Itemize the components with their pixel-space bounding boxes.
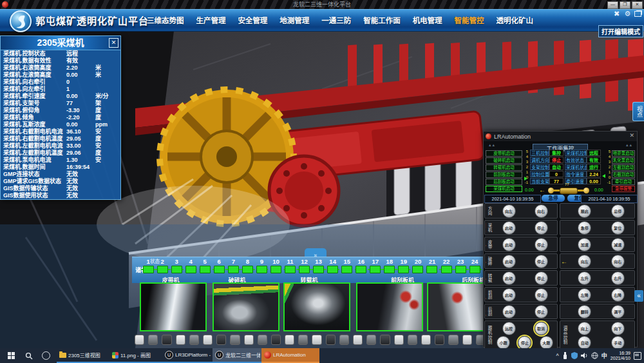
round-control-button[interactable]: 手动 [611, 336, 625, 349]
filmstrip-frame[interactable] [408, 335, 417, 345]
lra-start-button[interactable]: 喷雾泵启动 [612, 150, 635, 157]
taskbar-app-folder[interactable]: 2305三维视图 [57, 348, 111, 363]
window-titlebar[interactable]: 龙软二三维一体化平台 — ❐ ✕ [0, 0, 644, 9]
panel-close-icon[interactable]: ✕ [109, 38, 118, 48]
round-control-button[interactable]: 取消 [535, 322, 548, 335]
round-control-button[interactable]: 停止 [535, 288, 548, 302]
filmstrip-frame[interactable] [353, 335, 363, 345]
lra-start-button[interactable]: 后刮板启动 [486, 179, 522, 185]
filmstrip-frame[interactable] [326, 335, 336, 345]
round-control-button[interactable]: 调平 [611, 305, 625, 319]
slider-handle[interactable] [560, 188, 578, 194]
taskbar-app-unreal[interactable]: ULR3DPlatform - U... [162, 348, 214, 363]
filmstrip-frame[interactable] [244, 335, 254, 345]
cortana-button[interactable] [37, 348, 54, 363]
nav-item[interactable]: 智能管控 [455, 15, 484, 25]
defender-shield-icon[interactable] [571, 352, 578, 359]
filmstrip-frame[interactable] [394, 335, 404, 345]
start-button[interactable] [3, 348, 19, 363]
tools-icon[interactable]: ✖ [612, 10, 621, 18]
thumbnail-filmstrip[interactable] [132, 335, 486, 345]
filmstrip-frame[interactable] [271, 335, 281, 345]
close-button[interactable]: ✕ [632, 1, 643, 9]
collapse-left-icon[interactable]: « [634, 290, 643, 302]
round-control-button[interactable]: 顺启 [578, 204, 591, 218]
volume-icon[interactable] [581, 352, 588, 359]
slider-knob-left[interactable] [548, 188, 554, 193]
nav-item[interactable]: 透明化矿山 [497, 15, 534, 25]
camera-thumbnail[interactable] [283, 282, 350, 331]
round-control-button[interactable]: 停止 [535, 271, 548, 285]
filmstrip-frame[interactable] [435, 335, 444, 345]
filmstrip-frame[interactable] [298, 335, 308, 345]
round-control-button[interactable]: 启动 [502, 288, 516, 302]
round-control-button[interactable]: 总停 [611, 204, 625, 218]
round-control-button[interactable]: 加速 [578, 238, 591, 251]
round-control-button[interactable]: 翻转 [578, 305, 591, 319]
nav-item[interactable]: 地测管理 [279, 15, 309, 25]
camera-thumbnail[interactable] [213, 282, 279, 331]
filmstrip-frame[interactable] [285, 335, 294, 345]
round-control-button[interactable]: 向右 [611, 255, 625, 268]
lra-start-button[interactable]: 乳化泵启动 [612, 157, 635, 164]
nav-item[interactable]: 一通三防 [321, 15, 351, 25]
lra-start-button[interactable]: 左截割启动 [612, 164, 635, 171]
filmstrip-frame[interactable] [189, 335, 199, 345]
round-control-button[interactable]: 启动 [502, 305, 516, 319]
slider-knob-right[interactable] [583, 188, 589, 193]
round-control-button[interactable]: 停止 [535, 221, 548, 235]
filmstrip-frame[interactable] [162, 335, 171, 345]
round-control-button[interactable]: 停止 [518, 336, 531, 349]
settings-gear-icon[interactable]: ⚙ [623, 10, 632, 18]
round-control-button[interactable]: 减速 [611, 238, 625, 251]
lra-start-button[interactable]: 转载机启动 [486, 164, 522, 171]
action-center-icon[interactable] [634, 352, 641, 360]
round-control-button[interactable]: 向左 [578, 255, 591, 268]
round-control-button[interactable]: 左降 [578, 288, 591, 302]
restore-window-icon[interactable] [634, 11, 641, 17]
viewpoint-tab[interactable]: 视点 [632, 102, 644, 121]
maximize-button[interactable]: ❐ [620, 1, 630, 9]
usb-icon[interactable] [562, 352, 568, 359]
camera-thumbnail[interactable] [140, 282, 207, 331]
lra-start-button[interactable]: 破碎机启动 [486, 157, 522, 164]
filmstrip-frame[interactable] [462, 335, 472, 345]
round-control-button[interactable]: 远控 [502, 322, 516, 335]
taskbar-app-lra[interactable]: LRAutomation [261, 348, 319, 363]
lra-start-button[interactable]: 牵引启动 [612, 179, 635, 185]
lra-titlebar[interactable]: LRAutomation ✕ [484, 132, 637, 141]
round-control-button[interactable]: 向右 [535, 204, 548, 218]
nav-item[interactable]: 机电管理 [413, 15, 442, 25]
nav-item[interactable]: 三维态势图 [147, 15, 184, 25]
collapse-strip-tab[interactable]: » [305, 248, 327, 257]
filmstrip-frame[interactable] [421, 335, 431, 345]
taskbar-search-button[interactable] [21, 348, 37, 363]
round-control-button[interactable]: 自动 [578, 336, 591, 349]
round-control-button[interactable]: 向下 [611, 322, 625, 335]
filmstrip-frame[interactable] [366, 335, 376, 345]
camera-thumbnail[interactable] [356, 282, 423, 331]
round-control-button[interactable]: 启动 [502, 255, 516, 268]
open-edit-mode-button[interactable]: 打开编辑模式 [598, 25, 643, 37]
filmstrip-frame[interactable] [148, 335, 158, 345]
taskbar-app-unreal[interactable]: U龙软二三维一体化... [213, 348, 263, 363]
round-control-button[interactable]: 启动 [502, 238, 516, 251]
round-control-button[interactable]: 停止 [535, 238, 548, 251]
lra-start-button[interactable]: 右截割启动 [612, 172, 635, 178]
round-control-button[interactable]: 启动 [502, 221, 516, 235]
round-control-button[interactable]: 停止 [535, 255, 548, 268]
round-control-button[interactable]: 启动 [502, 271, 516, 285]
filmstrip-frame[interactable] [258, 335, 267, 345]
filmstrip-frame[interactable] [230, 335, 240, 345]
round-control-button[interactable]: 向上 [578, 322, 591, 335]
ime-indicator[interactable]: 中 [601, 351, 607, 360]
round-control-button[interactable]: 停止 [535, 305, 548, 319]
nav-item[interactable]: 智能工作面 [363, 15, 401, 25]
round-control-button[interactable]: 右升 [611, 271, 625, 285]
round-control-button[interactable]: 复位 [611, 221, 625, 235]
minimize-button[interactable]: — [607, 1, 618, 9]
round-control-button[interactable]: 右降 [611, 288, 625, 302]
network-globe-icon[interactable] [591, 352, 598, 359]
filmstrip-frame[interactable] [203, 335, 213, 345]
filmstrip-frame[interactable] [380, 335, 390, 345]
